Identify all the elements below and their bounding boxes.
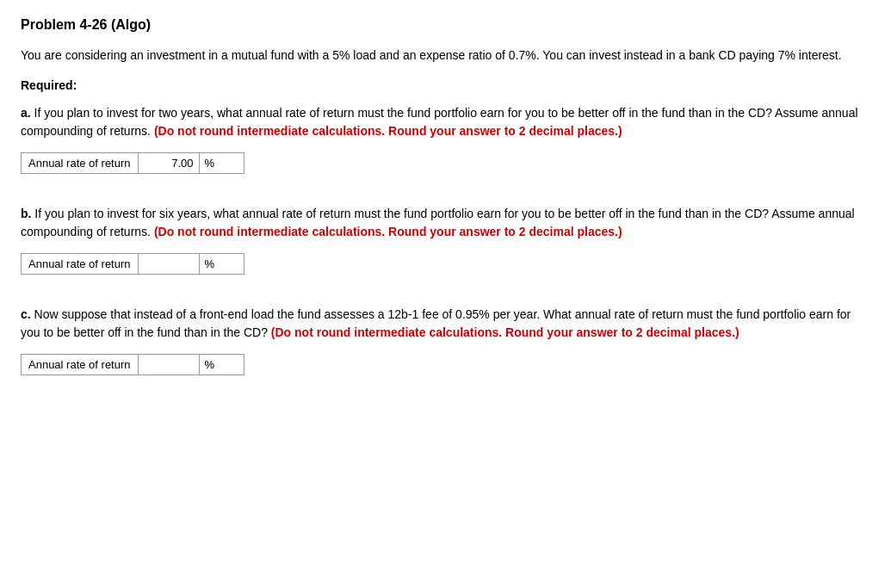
section-b-text: b. If you plan to invest for six years, … [21, 205, 870, 241]
section-c-answer-row: Annual rate of return % [21, 354, 244, 375]
section-c-label: c. [21, 307, 31, 321]
section-a-label: a. [21, 106, 31, 120]
section-c-bold: (Do not round intermediate calculations.… [271, 325, 739, 339]
section-a-answer-label: Annual rate of return [22, 153, 139, 173]
section-c-answer-label: Annual rate of return [22, 355, 139, 374]
section-a-unit: % [199, 153, 220, 173]
section-b-label: b. [21, 207, 31, 220]
section-c-unit: % [199, 355, 220, 374]
section-b-bold: (Do not round intermediate calculations.… [154, 225, 622, 238]
intro-text: You are considering an investment in a m… [21, 46, 870, 65]
section-a: a. If you plan to invest for two years, … [21, 104, 870, 174]
section-a-text: a. If you plan to invest for two years, … [21, 104, 870, 140]
section-b-answer-row: Annual rate of return % [21, 253, 244, 275]
section-b-answer-label: Annual rate of return [22, 254, 139, 274]
section-a-answer-input[interactable] [139, 153, 199, 173]
section-a-bold: (Do not round intermediate calculations.… [154, 124, 622, 138]
section-a-answer-row: Annual rate of return % [21, 152, 244, 174]
section-c-answer-input[interactable] [139, 355, 199, 374]
section-b-answer-input[interactable] [139, 254, 199, 274]
problem-title: Problem 4-26 (Algo) [21, 17, 870, 33]
required-label: Required: [21, 78, 870, 92]
section-b: b. If you plan to invest for six years, … [21, 205, 870, 275]
section-b-unit: % [199, 254, 220, 274]
section-c-text: c. Now suppose that instead of a front-e… [21, 306, 870, 342]
section-c: c. Now suppose that instead of a front-e… [21, 306, 870, 375]
